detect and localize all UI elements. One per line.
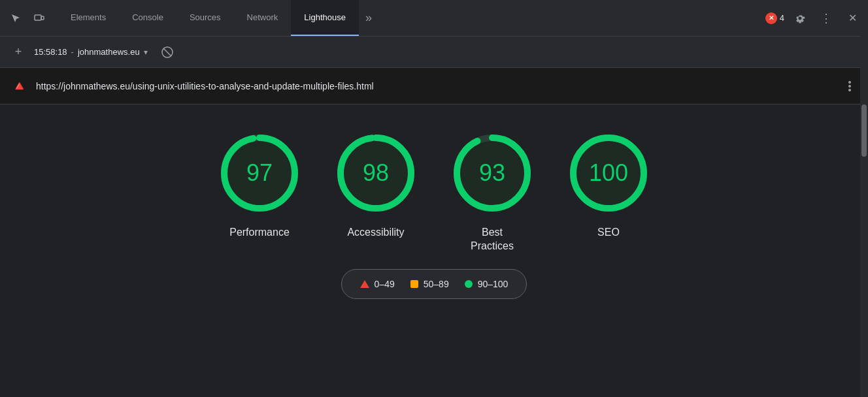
lighthouse-favicon-icon: 🔺: [10, 78, 28, 95]
score-circle-seo: 100: [566, 131, 651, 215]
svg-rect-0: [35, 15, 41, 20]
average-icon: [410, 280, 418, 288]
score-value-performance: 97: [246, 159, 273, 187]
scores-row: 97Performance98Accessibility93BestPracti…: [217, 131, 651, 253]
session-bar: + 15:58:18 - johnmathews.eu ▾: [0, 37, 868, 68]
fail-range: 0–49: [375, 279, 395, 289]
pass-range: 90–100: [478, 279, 509, 289]
settings-icon[interactable]: [790, 8, 810, 29]
legend-average: 50–89: [410, 279, 449, 289]
score-label-performance: Performance: [229, 226, 290, 240]
score-item-seo: 100SEO: [566, 131, 651, 240]
tabs: Elements Console Sources Network Lightho…: [58, 0, 378, 36]
error-dot: ✕: [765, 12, 777, 24]
score-label-best-practices: BestPractices: [471, 226, 514, 253]
score-item-accessibility: 98Accessibility: [333, 131, 418, 240]
score-value-seo: 100: [589, 159, 628, 187]
scrollbar[interactable]: [860, 0, 868, 397]
tab-bar: Elements Console Sources Network Lightho…: [0, 0, 868, 37]
tab-console[interactable]: Console: [119, 0, 176, 36]
add-session-icon[interactable]: +: [10, 44, 26, 60]
score-value-accessibility: 98: [363, 159, 389, 187]
fail-icon: [360, 280, 369, 288]
tab-network[interactable]: Network: [234, 0, 292, 36]
legend-pass: 90–100: [465, 279, 509, 289]
url-text: https://johnmathews.eu/using-unix-utilit…: [36, 81, 834, 91]
svg-rect-1: [41, 16, 44, 20]
main-content: 97Performance98Accessibility93BestPracti…: [0, 104, 868, 397]
tab-lighthouse[interactable]: Lighthouse: [291, 0, 359, 36]
score-label-accessibility: Accessibility: [347, 226, 404, 240]
device-icon[interactable]: [29, 8, 50, 29]
tab-more-button[interactable]: »: [359, 0, 378, 36]
pass-icon: [465, 280, 473, 288]
legend-fail: 0–49: [360, 279, 395, 289]
score-item-best-practices: 93BestPractices: [450, 131, 535, 253]
session-block-icon[interactable]: [161, 46, 174, 59]
average-range: 50–89: [424, 279, 449, 289]
score-circle-best-practices: 93: [450, 131, 535, 215]
score-item-performance: 97Performance: [217, 131, 302, 240]
tab-bar-right: ✕ 4 ⋮ ✕: [765, 8, 863, 29]
svg-line-3: [163, 48, 171, 56]
scrollbar-thumb[interactable]: [861, 104, 867, 157]
cursor-icon[interactable]: [5, 8, 26, 29]
score-label-seo: SEO: [597, 226, 620, 240]
url-more-button[interactable]: [842, 81, 858, 91]
tab-bar-left: [5, 8, 50, 29]
url-bar: 🔺 https://johnmathews.eu/using-unix-util…: [0, 68, 868, 104]
tab-sources[interactable]: Sources: [176, 0, 234, 36]
legend: 0–49 50–89 90–100: [341, 269, 527, 299]
tab-elements[interactable]: Elements: [58, 0, 119, 36]
session-label: 15:58:18 - johnmathews.eu ▾: [34, 47, 148, 57]
more-options-icon[interactable]: ⋮: [816, 8, 837, 29]
session-dropdown-icon[interactable]: ▾: [144, 48, 148, 57]
error-badge[interactable]: ✕ 4: [765, 12, 784, 24]
score-value-best-practices: 93: [479, 159, 505, 187]
score-circle-performance: 97: [217, 131, 302, 215]
score-circle-accessibility: 98: [333, 131, 418, 215]
